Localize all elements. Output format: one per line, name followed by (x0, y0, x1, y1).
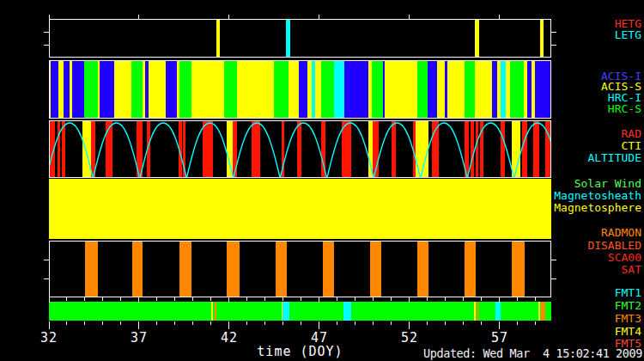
segment (274, 61, 289, 118)
legend-label-fmt3: FMT3 (615, 312, 641, 325)
segment (465, 242, 476, 297)
axis-tick (283, 321, 283, 325)
segment (385, 61, 417, 118)
segment (215, 302, 217, 321)
axis-tick (49, 297, 50, 303)
axis-tick (319, 15, 319, 19)
segment (475, 20, 479, 57)
band-solar-wind-region (49, 179, 551, 239)
axis-tick (120, 297, 121, 301)
segment (538, 302, 541, 321)
x-tick-label: 37 (131, 330, 148, 346)
axis-tick (228, 297, 229, 303)
legend-label-sca00: SCA00 (608, 251, 641, 264)
legend-label-radmon: RADMON (601, 226, 641, 239)
band-radmon-status (49, 241, 551, 297)
axis-tick (319, 297, 319, 303)
axis-tick (427, 321, 428, 325)
segment (237, 61, 274, 118)
segment (315, 61, 322, 118)
updated-timestamp: Updated: Wed Mar 4 15:02:41 2009 (423, 346, 642, 360)
axis-tick (373, 321, 374, 325)
segment (344, 61, 368, 118)
axis-tick (337, 321, 337, 325)
axis-tick (156, 297, 157, 301)
axis-tick (551, 260, 556, 260)
axis-tick (84, 321, 85, 325)
x-tick-label: 42 (221, 330, 238, 346)
legend-label-fmt1: FMT1 (615, 286, 641, 299)
axis-tick (535, 297, 536, 301)
axis-tick (44, 278, 49, 279)
axis-tick (102, 297, 103, 301)
axis-tick (517, 297, 518, 301)
segment (477, 302, 479, 321)
axis-tick (49, 15, 50, 19)
axis-tick (551, 278, 556, 279)
segment (334, 61, 344, 118)
axis-tick (66, 321, 67, 325)
segment (289, 61, 299, 118)
legend-label-letg: LETG (615, 28, 641, 41)
segment (132, 242, 143, 297)
axis-tick (481, 321, 482, 325)
legend-label-fmt4: FMT4 (615, 325, 641, 338)
segment (510, 61, 524, 118)
x-tick-label: 57 (491, 330, 508, 346)
axis-tick (445, 297, 446, 301)
axis-tick (301, 321, 301, 325)
x-axis-title: time (DOY) (257, 344, 343, 359)
axis-tick (409, 321, 410, 329)
axis-tick (44, 260, 49, 260)
axis-tick (66, 297, 67, 301)
axis-tick (337, 297, 337, 301)
axis-tick (174, 297, 175, 301)
segment (51, 61, 58, 118)
segment (84, 61, 99, 118)
segment (179, 61, 191, 118)
segment (216, 20, 220, 57)
segment (321, 61, 334, 118)
axis-tick (391, 321, 392, 325)
segment (85, 242, 98, 297)
legend-label-altitude: ALTITUDE (587, 151, 641, 164)
chandra-snapshot-timeline: 323742475257 time (DOY) HETGLETGACIS-IAC… (0, 0, 644, 361)
axis-tick (445, 321, 446, 325)
axis-tick (319, 321, 319, 329)
band-gratings (49, 19, 551, 58)
axis-tick (138, 15, 139, 19)
band-rad-cti-altitude (49, 120, 551, 178)
axis-tick (551, 45, 556, 46)
axis-tick (355, 321, 355, 325)
segment (100, 61, 114, 118)
axis-tick (120, 321, 121, 325)
axis-tick (517, 321, 518, 325)
segment (372, 61, 383, 118)
segment (58, 61, 64, 118)
segment (299, 61, 307, 118)
legend-label-magnetosphere: Magnetosphere (554, 201, 641, 214)
segment (370, 242, 381, 297)
x-tick-label: 32 (40, 330, 58, 346)
segment (428, 61, 438, 118)
legend-label-fmt2: FMT2 (615, 299, 641, 312)
segment (495, 302, 501, 321)
segment (64, 61, 70, 118)
axis-tick (228, 321, 229, 329)
segment (276, 242, 287, 297)
segment (475, 61, 492, 118)
legend-label-sat: SAT (622, 263, 641, 276)
axis-tick (463, 297, 464, 301)
segment (149, 61, 166, 118)
axis-tick (138, 321, 139, 329)
axis-tick (44, 45, 49, 46)
axis-tick (355, 297, 355, 301)
segment (283, 302, 289, 321)
axis-tick (264, 297, 265, 301)
band-telemetry-format (49, 302, 551, 321)
axis-tick (156, 321, 157, 325)
segment (191, 61, 224, 118)
legend-label-rad: RAD (622, 127, 641, 140)
segment (323, 242, 334, 297)
segment (541, 302, 545, 321)
